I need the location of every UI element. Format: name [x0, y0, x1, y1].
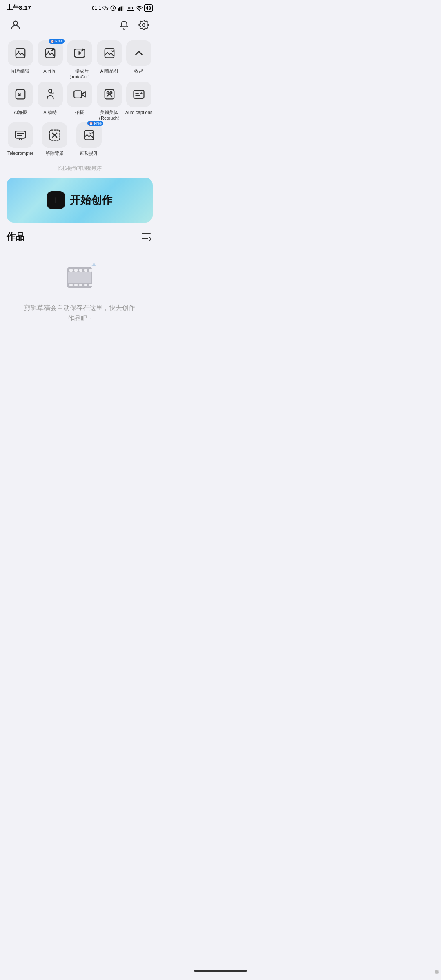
tool-collapse-label: 收起: [134, 68, 143, 74]
works-title: 作品: [7, 231, 24, 243]
svg-text:Ai: Ai: [51, 91, 54, 95]
free-badge-ai-draw: Free: [49, 39, 65, 44]
nav-right-icons: [117, 18, 151, 32]
start-create-label: 开始创作: [70, 193, 112, 207]
battery-icon: 43: [144, 4, 153, 12]
clock-icon: [110, 5, 116, 11]
tool-captions-label: Auto captions: [125, 109, 153, 115]
svg-point-7: [143, 24, 145, 27]
tools-row-2: Ai AI海报 Ai AI模特 拍摄: [7, 82, 153, 121]
drag-hint: 长按拖动可调整顺序: [0, 161, 159, 178]
tool-camera-label: 拍摄: [75, 109, 84, 115]
status-bar: 上午8:17 81.1K/s HD 43: [0, 0, 159, 14]
tools-row-3: Teleprompter 移除背景 Free HD 画质提升: [7, 122, 153, 156]
works-header: 作品: [7, 231, 153, 243]
tool-enhance[interactable]: Free HD 画质提升: [75, 122, 103, 156]
tool-img-edit-label: 图片编辑: [11, 68, 29, 74]
settings-button[interactable]: [136, 18, 151, 32]
svg-point-6: [13, 21, 17, 25]
tool-ai-draw-label: AI作图: [43, 68, 56, 74]
svg-rect-2: [119, 7, 120, 10]
tools-section: 图片编辑 Free AI作图: [0, 37, 159, 161]
signal-icon: [118, 5, 125, 11]
status-right: 81.1K/s HD 43: [92, 4, 153, 12]
svg-point-14: [82, 49, 84, 51]
tool-ai-draw[interactable]: Free AI作图: [36, 40, 64, 80]
start-create-inner: + 开始创作: [47, 191, 112, 209]
tool-ai-model-label: AI模特: [43, 109, 56, 115]
svg-rect-3: [120, 6, 122, 11]
status-time: 上午8:17: [7, 4, 31, 12]
wifi-icon: [136, 5, 143, 11]
tool-retouch-label: 美颜美体（Retouch）: [96, 109, 122, 121]
svg-rect-4: [122, 6, 123, 11]
tools-row-1: 图片编辑 Free AI作图: [7, 40, 153, 80]
svg-marker-13: [79, 51, 82, 55]
film-icon: [61, 259, 98, 296]
tool-collapse[interactable]: 收起: [125, 40, 153, 80]
svg-rect-1: [118, 8, 119, 11]
svg-rect-42: [79, 284, 82, 286]
plus-icon: +: [47, 191, 65, 209]
svg-text:Ai: Ai: [18, 93, 22, 97]
tool-teleprompter[interactable]: Teleprompter: [7, 122, 34, 156]
tool-ai-product[interactable]: AI AI商品图: [96, 40, 123, 80]
svg-rect-39: [89, 269, 92, 272]
free-badge-enhance: Free: [87, 121, 103, 126]
svg-rect-37: [79, 269, 82, 272]
profile-button[interactable]: [8, 18, 23, 32]
tool-enhance-label: 画质提升: [80, 150, 98, 156]
tool-retouch[interactable]: 美颜美体（Retouch）: [96, 82, 123, 121]
tool-autocut[interactable]: 一键成片（AutoCut）: [66, 40, 94, 80]
empty-state: 剪辑草稿会自动保存在这里，快去创作作品吧~: [7, 251, 153, 340]
empty-text: 剪辑草稿会自动保存在这里，快去创作作品吧~: [24, 303, 135, 323]
works-sort-button[interactable]: [141, 232, 153, 242]
svg-rect-8: [16, 49, 25, 58]
svg-rect-40: [69, 284, 73, 286]
tool-ai-poster-label: AI海报: [14, 109, 27, 115]
svg-rect-20: [74, 91, 82, 98]
hd-badge: HD: [127, 6, 134, 11]
svg-point-22: [107, 91, 109, 94]
tool-ai-poster[interactable]: Ai AI海报: [7, 82, 34, 121]
svg-rect-38: [84, 269, 87, 272]
tool-ai-product-label: AI商品图: [100, 68, 118, 74]
svg-point-23: [110, 91, 112, 94]
notification-button[interactable]: [117, 18, 131, 32]
svg-rect-35: [69, 269, 73, 272]
svg-point-9: [18, 51, 20, 52]
tool-captions[interactable]: Auto captions: [125, 82, 153, 121]
svg-text:HD: HD: [89, 131, 94, 135]
svg-text:AI: AI: [110, 49, 114, 53]
top-nav: [0, 14, 159, 37]
svg-rect-24: [134, 90, 144, 98]
tool-remove-bg-label: 移除背景: [46, 150, 64, 156]
svg-point-11: [47, 51, 49, 52]
svg-point-5: [139, 10, 140, 11]
tool-ai-model[interactable]: Ai AI模特: [36, 82, 64, 121]
works-section: 作品: [0, 231, 159, 340]
tool-teleprompter-label: Teleprompter: [7, 150, 33, 156]
svg-rect-36: [74, 269, 78, 272]
svg-rect-41: [74, 284, 78, 286]
svg-rect-25: [16, 131, 26, 138]
tool-autocut-label: 一键成片（AutoCut）: [67, 68, 92, 80]
start-create-button[interactable]: + 开始创作: [7, 178, 153, 223]
svg-rect-44: [89, 284, 92, 286]
tool-camera[interactable]: 拍摄: [66, 82, 94, 121]
tool-remove-bg[interactable]: 移除背景: [41, 122, 69, 156]
tool-img-edit[interactable]: 图片编辑: [7, 40, 34, 80]
network-speed: 81.1K/s: [92, 5, 109, 11]
svg-rect-43: [84, 284, 87, 286]
